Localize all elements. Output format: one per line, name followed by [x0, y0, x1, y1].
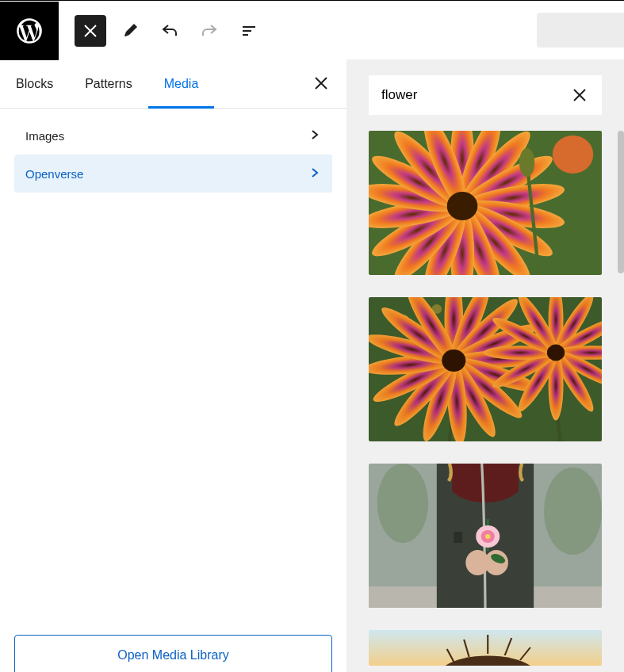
tab-underline: [148, 106, 215, 109]
tab-patterns-label: Patterns: [85, 77, 132, 91]
svg-point-66: [547, 345, 565, 361]
redo-button: [193, 15, 225, 47]
flower-image: [369, 131, 602, 275]
tab-blocks[interactable]: Blocks: [0, 59, 69, 108]
flower-image: [369, 297, 602, 441]
tab-blocks-label: Blocks: [16, 77, 53, 91]
scrollbar-thumb[interactable]: [618, 131, 624, 273]
result-thumb[interactable]: [369, 464, 602, 608]
svg-point-28: [447, 192, 478, 220]
svg-rect-71: [454, 532, 462, 543]
svg-point-53: [442, 349, 465, 372]
open-media-library-label: Open Media Library: [117, 648, 229, 662]
close-panel-button[interactable]: [308, 71, 334, 96]
person-flower-image: [369, 464, 602, 608]
svg-point-73: [484, 550, 508, 575]
media-nav-images-label: Images: [25, 129, 64, 143]
media-nav-images[interactable]: Images: [14, 116, 332, 155]
undo-button[interactable]: [154, 15, 186, 47]
sunset-flower-image: [369, 630, 602, 666]
chevron-right-icon: [308, 166, 321, 181]
edit-button[interactable]: [114, 15, 146, 47]
document-outline-button[interactable]: [233, 15, 265, 47]
close-icon: [82, 22, 99, 40]
media-nav-openverse-label: Openverse: [25, 167, 83, 181]
svg-point-31: [553, 136, 594, 174]
tab-media[interactable]: Media: [148, 59, 215, 108]
svg-point-70: [544, 468, 602, 555]
result-thumb[interactable]: [369, 131, 602, 275]
outline-icon: [240, 22, 258, 40]
result-thumb[interactable]: [369, 297, 602, 441]
wp-logo[interactable]: [0, 2, 59, 60]
media-nav-openverse[interactable]: Openverse: [14, 155, 332, 193]
close-icon: [313, 75, 329, 91]
svg-point-69: [377, 464, 428, 543]
clear-search-button[interactable]: [568, 84, 591, 106]
svg-point-30: [519, 148, 534, 177]
tab-media-label: Media: [164, 77, 199, 91]
svg-point-78: [485, 534, 490, 539]
result-thumb[interactable]: [369, 630, 602, 666]
tab-patterns[interactable]: Patterns: [69, 59, 148, 108]
top-right-panel-stub: [537, 13, 624, 48]
openverse-search: [369, 75, 602, 115]
close-inserter-button[interactable]: [75, 15, 106, 47]
edit-icon: [121, 22, 139, 40]
close-icon: [572, 87, 588, 103]
open-media-library-button[interactable]: Open Media Library: [14, 635, 332, 672]
chevron-right-icon: [308, 128, 321, 143]
search-input[interactable]: [380, 86, 568, 104]
redo-icon: [200, 21, 219, 40]
undo-icon: [160, 21, 179, 40]
wordpress-icon: [14, 16, 44, 46]
inserter-tabs: Blocks Patterns Media: [0, 59, 346, 109]
